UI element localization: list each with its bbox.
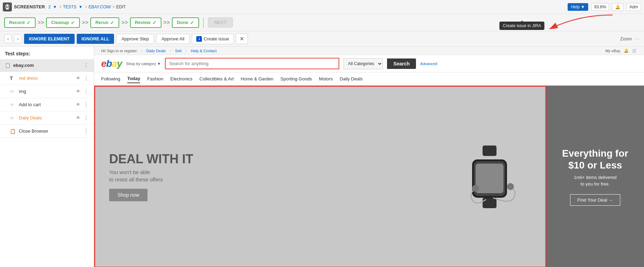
sidebar-item-add-to-cart[interactable]: ☞ Add to cart 👁 ⋮ (0, 98, 94, 111)
breadcrumb-tests-dropdown[interactable]: ▼ (78, 5, 83, 9)
ignore-element-button[interactable]: IGNORE ELEMENT (24, 34, 75, 44)
app-name: SCREENSTER (14, 4, 45, 9)
promo-sub: 1mil+ items deliveredto you for free. (574, 174, 616, 187)
eye-icon-1[interactable]: 👁 (76, 76, 81, 81)
more-icon-3[interactable]: ⋮ (83, 101, 89, 108)
ebay-bell-icon[interactable]: 🔔 (624, 48, 629, 53)
sep-2: | (170, 49, 171, 53)
shop-by-dropdown-icon: ▼ (157, 62, 161, 66)
cat-following[interactable]: Following (101, 75, 120, 83)
annotation-arrow (543, 13, 620, 34)
shop-now-button[interactable]: Shop now (109, 189, 147, 201)
eye-icon-4[interactable]: 👁 (76, 115, 81, 120)
promo-title: Everything for$10 or Less (562, 148, 628, 171)
ebay-top-bar: Hi! Sign in or register | Daily Deals | … (94, 47, 644, 55)
cat-daily-deals[interactable]: Daily Deals (340, 75, 363, 83)
action-bar: ‹ › IGNORE ELEMENT IGNORE ALL Approve St… (0, 31, 644, 47)
sidebar-item-daily-deals[interactable]: ☞ Daily Deals 👁 ⋮ (0, 111, 94, 125)
done-label: Done (177, 20, 188, 25)
ebay-help-link[interactable]: Help & Contact (191, 49, 217, 53)
ebay-search-button[interactable]: Search (387, 58, 416, 69)
cat-today[interactable]: Today (127, 74, 140, 83)
svg-rect-5 (483, 146, 497, 156)
eye-icon-3[interactable]: 👁 (76, 102, 81, 107)
ebay-logo: ebay (101, 58, 122, 69)
breadcrumb-num-dropdown[interactable]: ▼ (52, 5, 58, 9)
cat-home-garden[interactable]: Home & Garden (241, 75, 273, 83)
breadcrumb-sep-1: > (59, 5, 61, 9)
rerun-button[interactable]: Rerun ✓ (90, 17, 119, 28)
next-nav-button[interactable]: › (14, 34, 22, 43)
breadcrumb-tests[interactable]: TESTS (63, 5, 76, 9)
rerun-label: Rerun (95, 20, 108, 25)
close-button[interactable]: ✕ (236, 33, 248, 44)
ebay-search-input[interactable] (165, 58, 339, 69)
record-button[interactable]: Record ✓ (4, 17, 36, 28)
approve-all-button[interactable]: Approve All (156, 34, 190, 44)
header-right: Help ▼ 93.6% 🔔 Adm (568, 3, 641, 11)
cat-collectibles[interactable]: Collectibles & Art (199, 75, 234, 83)
cat-electronics[interactable]: Electronics (171, 75, 193, 83)
cat-motors[interactable]: Motors (319, 75, 333, 83)
review-check-icon: ✓ (152, 20, 157, 25)
ebay-categories-select[interactable]: All Categories (343, 58, 383, 69)
main-banner: DEAL WITH IT You won't be ableto resist … (94, 86, 546, 267)
cleanup-button[interactable]: Cleanup ✓ (46, 17, 79, 28)
review-button[interactable]: Review ✓ (130, 17, 161, 28)
sidebar-item-red-dress[interactable]: T red dress 👁 ⋮ (0, 72, 94, 85)
main-content: Test steps: 📋 ebay.com ⋮ T red dress 👁 ⋮… (0, 47, 644, 267)
ebay-sell-link[interactable]: Sell (175, 49, 181, 53)
click-icon-2: ☞ (10, 102, 16, 108)
sidebar: Test steps: 📋 ebay.com ⋮ T red dress 👁 ⋮… (0, 47, 94, 267)
ebay-category-nav: Following Today Fashion Electronics Coll… (94, 72, 644, 86)
breadcrumb-num[interactable]: 2 (48, 5, 51, 9)
workflow-bar: Record ✓ >> Cleanup ✓ >> Rerun ✓ >> Revi… (0, 14, 644, 31)
shop-by-label: Shop by category (126, 62, 156, 66)
more-icon-1[interactable]: ⋮ (83, 75, 89, 81)
svg-point-11 (472, 185, 479, 192)
sidebar-item-label-daily-deals: Daily Deals (19, 115, 73, 120)
banner-text-area: DEAL WITH IT You won't be ableto resist … (109, 152, 193, 202)
ebay-nav: ebay Shop by category ▼ All Categories S… (94, 55, 644, 72)
ebay-cart-icon[interactable]: 🛒 (632, 48, 637, 53)
more-icon-2[interactable]: ⋮ (83, 88, 89, 95)
banner-main-text: DEAL WITH IT (109, 152, 193, 166)
sidebar-item-close-browser[interactable]: 📋 Close Browser ⋮ (0, 125, 94, 138)
sidebar-item-label-red-dress: red dress (19, 76, 73, 81)
admin-button[interactable]: Adm (626, 3, 641, 11)
more-icon-5[interactable]: ⋮ (83, 128, 89, 134)
notification-icon[interactable]: 🔔 (612, 3, 623, 11)
create-issue-jira-tooltip: Create issue in JIRA (499, 22, 544, 30)
svg-rect-8 (476, 164, 503, 193)
arrow-3: >> (121, 19, 128, 26)
ebay-daily-deals-link[interactable]: Daily Deals (146, 49, 166, 53)
done-button[interactable]: Done ✓ (172, 17, 199, 28)
click-icon-3: ☞ (10, 115, 16, 121)
ebay-my-ebay[interactable]: My eBay (605, 49, 620, 53)
svg-rect-3 (6, 8, 9, 9)
jira-icon: J (196, 36, 202, 42)
help-button[interactable]: Help ▼ (568, 3, 589, 11)
sidebar-group-ebay[interactable]: 📋 ebay.com ⋮ (0, 59, 94, 72)
workflow-divider (203, 17, 204, 28)
create-issue-button[interactable]: J Create issue (192, 34, 234, 44)
ebay-advanced-link[interactable]: Advanced (420, 62, 437, 66)
sidebar-item-label-img: img (19, 89, 73, 94)
browser-icon: 📋 (10, 128, 16, 134)
more-icon-4[interactable]: ⋮ (83, 115, 89, 121)
ignore-all-button[interactable]: IGNORE ALL (77, 34, 114, 44)
prev-button[interactable]: ‹ (4, 34, 12, 43)
sidebar-item-label-add-to-cart: Add to cart (19, 102, 73, 107)
cat-sporting[interactable]: Sporting Goods (280, 75, 312, 83)
eye-icon-2[interactable]: 👁 (76, 89, 81, 94)
approve-step-button[interactable]: Approve Step (116, 34, 154, 44)
sidebar-item-img[interactable]: ☞ img 👁 ⋮ (0, 85, 94, 98)
breadcrumb-site[interactable]: EBAY.COM/ (89, 5, 111, 9)
arrow-1: >> (38, 19, 44, 26)
done-check-icon: ✓ (190, 20, 194, 25)
shop-by-category[interactable]: Shop by category ▼ (126, 62, 161, 66)
next-button[interactable]: NEXT (208, 17, 233, 28)
find-deal-button[interactable]: Find Your Deal → (570, 194, 620, 206)
cat-fashion[interactable]: Fashion (147, 75, 163, 83)
sidebar-group-more-icon[interactable]: ⋮ (83, 62, 89, 69)
